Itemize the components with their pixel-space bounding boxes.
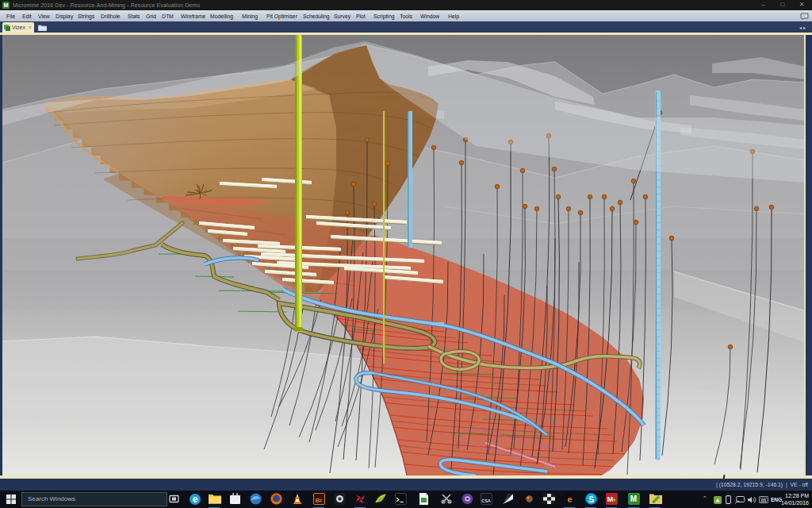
svg-text:e: e (567, 495, 572, 504)
svg-text:S: S (588, 495, 593, 504)
svg-text:e: e (192, 494, 197, 505)
